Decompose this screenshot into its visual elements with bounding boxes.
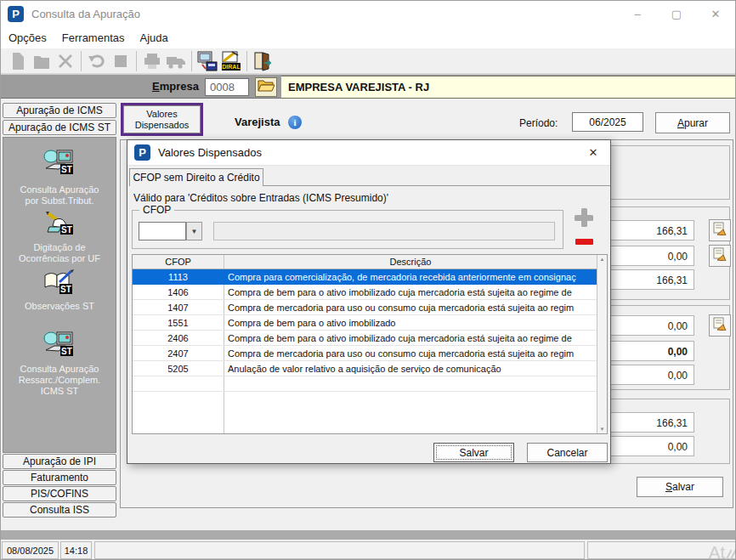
value-field-5[interactable]: 0,00 (608, 341, 694, 361)
empresa-label: Empresa (152, 80, 199, 93)
cell-cfop: 1406 (133, 285, 224, 299)
empresa-bar: Empresa 0008 EMPRESA VAREJISTA - RJ (1, 74, 735, 99)
export-magnetic-file-icon[interactable] (195, 50, 219, 72)
periodo-field[interactable]: 06/2025 (572, 112, 643, 132)
dialog-title: Valores Dispensados (158, 146, 262, 159)
plus-icon (574, 207, 594, 231)
st-observacoes-icon[interactable]: ST (3, 269, 116, 297)
open-company-button[interactable] (255, 77, 277, 97)
sidebar-item-consulta-apuracao-line1[interactable]: Consulta Apuração (3, 184, 116, 195)
regime-label: Varejista (235, 116, 280, 128)
valores-dispensados-button[interactable]: Valores Dispensados (123, 105, 201, 133)
sidebar-tab-apuracao-icms-st[interactable]: Apuração de ICMS ST (3, 120, 116, 135)
sidebar-tab-apuracao-icms[interactable]: Apuração de ICMS (3, 103, 116, 118)
status-date: 08/08/2025 (2, 541, 59, 559)
value-field-7[interactable]: 166,31 (608, 412, 694, 433)
notes-button-3[interactable] (709, 314, 731, 337)
sidebar-item-digitacao-line2[interactable]: Ocorrências por UF (3, 253, 116, 264)
sidebar-tab-apuracao-ipi[interactable]: Apuração de IPI (3, 454, 116, 469)
diral-icon[interactable]: DIRAL (219, 50, 243, 72)
table-row-empty (133, 376, 607, 392)
st-digitacao-icon[interactable]: ST (3, 210, 116, 239)
sidebar-item-ressarcimento-line2[interactable]: Ressarc./Complem. (3, 375, 116, 386)
value-field-8[interactable]: 0,00 (608, 436, 694, 456)
toolbar-separator (191, 51, 192, 71)
info-icon[interactable]: i (288, 116, 302, 129)
menu-ferramentas[interactable]: Ferramentas (54, 26, 133, 48)
sidebar-item-digitacao-line1[interactable]: Digitação de (3, 242, 116, 253)
tab-cfop-sem-direito[interactable]: CFOP sem Direito a Crédito (129, 168, 263, 186)
header-cfop: CFOP (133, 255, 224, 269)
maximize-button[interactable]: ▢ (657, 1, 696, 26)
sidebar-tab-faturamento[interactable]: Faturamento (3, 470, 116, 485)
value-field-1[interactable]: 166,31 (608, 220, 694, 240)
empresa-code-field[interactable]: 0008 (205, 78, 249, 96)
table-empty-area (133, 392, 607, 433)
cell-desc: Compra de bem para o ativo imobilizado (224, 315, 597, 330)
delete-icon (54, 50, 77, 72)
scroll-up-icon: ▲ (600, 257, 605, 262)
notepad-hand-icon (713, 247, 727, 264)
table-row[interactable]: 1551 Compra de bem para o ativo imobiliz… (133, 315, 607, 331)
svg-text:ST: ST (61, 165, 72, 174)
sidebar-tab-consulta-iss[interactable]: Consulta ISS (3, 502, 116, 518)
notes-button-2[interactable] (709, 245, 731, 267)
value-field-4[interactable]: 0,00 (608, 315, 694, 336)
toolbar-separator (81, 51, 82, 71)
status-time: 14:18 (60, 541, 92, 559)
bottom-separator-bar (1, 530, 735, 540)
app-logo-icon: P (8, 6, 24, 22)
batch-send-icon (164, 50, 188, 72)
sidebar-item-observacoes[interactable]: Observações ST (3, 301, 116, 312)
table-vertical-scrollbar[interactable]: ▲ ▼ (597, 255, 607, 433)
sidebar-item-ressarcimento-line3[interactable]: ICMS ST (3, 386, 116, 397)
minimize-button[interactable]: – (618, 1, 657, 26)
svg-text:DIRAL: DIRAL (222, 64, 241, 70)
cell-desc: Compra de bem para o ativo imobilizado c… (224, 285, 597, 299)
watermark-text: At (709, 543, 725, 560)
table-row[interactable]: 2407 Compra de mercadoria para uso ou co… (133, 346, 607, 361)
remove-cfop-button[interactable] (575, 239, 593, 245)
table-row[interactable]: 1406 Compra de bem para o ativo imobiliz… (133, 285, 607, 300)
dialog-cancelar-button[interactable]: Cancelar (527, 443, 608, 462)
sidebar-tab-pis-cofins[interactable]: PIS/COFINS (3, 486, 116, 501)
dialog-titlebar: P Valores Dispensados ✕ (127, 140, 610, 166)
status-right-panel: At (587, 541, 736, 559)
add-cfop-button (573, 208, 595, 230)
notes-button-1[interactable] (709, 219, 731, 241)
sidebar-panel: ST Consulta Apuração por Subst.Tribut. S… (3, 137, 116, 453)
window-title: Consulta da Apuração (31, 8, 140, 20)
table-row[interactable]: 1407 Compra de mercadoria para uso ou co… (133, 300, 607, 315)
apurar-button[interactable]: Apurar (655, 112, 730, 133)
table-row[interactable]: 2406 Compra de bem para o ativo imobiliz… (133, 331, 607, 346)
undo-icon (85, 50, 109, 72)
exit-icon[interactable] (251, 50, 275, 72)
cell-cfop: 2407 (133, 346, 224, 360)
chevron-down-icon: ▼ (191, 228, 198, 235)
st-consulta-icon[interactable]: ST (3, 148, 116, 178)
table-row[interactable]: 5205 Anulação de valor relativo a aquisi… (133, 361, 607, 376)
print-icon (140, 50, 164, 72)
value-field-3[interactable]: 166,31 (608, 269, 694, 290)
main-salvar-button[interactable]: Salvar (637, 477, 723, 497)
cell-cfop: 2406 (133, 331, 224, 345)
value-field-6[interactable]: 0,00 (608, 365, 694, 385)
app-window: P Consulta da Apuração – ▢ ✕ Opções Ferr… (0, 0, 736, 560)
cfop-combo-dropdown-button[interactable]: ▼ (186, 222, 202, 240)
empresa-name-field[interactable]: EMPRESA VAREJISTA - RJ (281, 76, 735, 99)
menu-ajuda[interactable]: Ajuda (133, 26, 176, 48)
value-field-2[interactable]: 0,00 (608, 246, 694, 266)
cfop-combo-input[interactable] (139, 222, 186, 240)
dialog-salvar-button[interactable]: Salvar (433, 443, 514, 462)
table-row[interactable]: 1113 Compra para comercialização, de mer… (133, 269, 607, 285)
dialog-subtitle: Válido para 'Créditos sobre Entradas (IC… (133, 192, 388, 204)
menu-opcoes[interactable]: Opções (1, 26, 54, 48)
st-ressarcimento-icon[interactable]: ST (3, 330, 116, 360)
dialog-close-button[interactable]: ✕ (576, 140, 610, 165)
status-bar: 08/08/2025 14:18 At (1, 541, 735, 560)
sidebar-item-consulta-apuracao-line2[interactable]: por Subst.Tribut. (3, 195, 116, 206)
sidebar-item-ressarcimento-line1[interactable]: Consulta Apuração (3, 364, 116, 375)
close-button[interactable]: ✕ (696, 1, 735, 26)
cell-desc: Compra de bem para o ativo imobilizado c… (224, 331, 597, 345)
cell-desc: Anulação de valor relativo a aquisição d… (224, 361, 597, 376)
